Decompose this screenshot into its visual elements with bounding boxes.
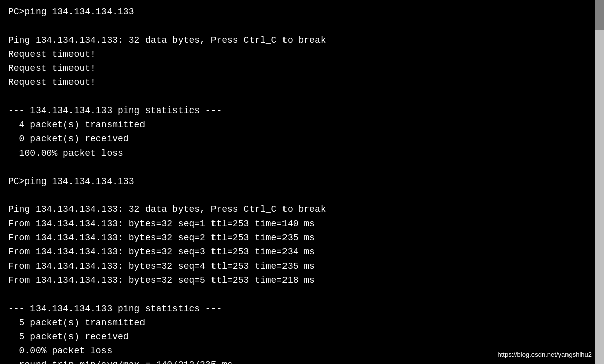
terminal-line: 0 packet(s) received — [8, 132, 596, 147]
terminal-line: Request timeout! — [8, 62, 596, 76]
terminal-line: --- 134.134.134.133 ping statistics --- — [8, 104, 596, 118]
terminal-line — [8, 161, 596, 175]
terminal-line: PC>ping 134.134.134.133 — [8, 5, 596, 19]
terminal-line: Request timeout! — [8, 48, 596, 62]
terminal-content: PC>ping 134.134.134.133 Ping 134.134.134… — [8, 5, 596, 364]
terminal-line: 100.00% packet loss — [8, 147, 596, 161]
terminal-line: Request timeout! — [8, 76, 596, 90]
terminal-line — [8, 189, 596, 203]
terminal-line: From 134.134.134.133: bytes=32 seq=1 ttl… — [8, 217, 596, 231]
terminal-line — [8, 288, 596, 302]
terminal-line — [8, 19, 596, 33]
terminal-line: 4 packet(s) transmitted — [8, 118, 596, 132]
scrollbar[interactable] — [595, 0, 604, 364]
scrollbar-thumb[interactable] — [595, 0, 604, 30]
terminal-line: Ping 134.134.134.133: 32 data bytes, Pre… — [8, 203, 596, 217]
terminal-line: PC>ping 134.134.134.133 — [8, 175, 596, 189]
watermark: https://blog.csdn.net/yangshihu2 — [498, 350, 592, 360]
terminal-line: 5 packet(s) received — [8, 330, 596, 344]
terminal-line — [8, 90, 596, 104]
terminal-line: 5 packet(s) transmitted — [8, 316, 596, 331]
terminal-line: From 134.134.134.133: bytes=32 seq=4 ttl… — [8, 260, 596, 274]
terminal-line: From 134.134.134.133: bytes=32 seq=5 ttl… — [8, 274, 596, 288]
terminal-line: From 134.134.134.133: bytes=32 seq=3 ttl… — [8, 245, 596, 260]
terminal-window: PC>ping 134.134.134.133 Ping 134.134.134… — [0, 0, 604, 364]
terminal-line: --- 134.134.134.133 ping statistics --- — [8, 302, 596, 316]
terminal-line: Ping 134.134.134.133: 32 data bytes, Pre… — [8, 33, 596, 48]
terminal-line: From 134.134.134.133: bytes=32 seq=2 ttl… — [8, 231, 596, 245]
